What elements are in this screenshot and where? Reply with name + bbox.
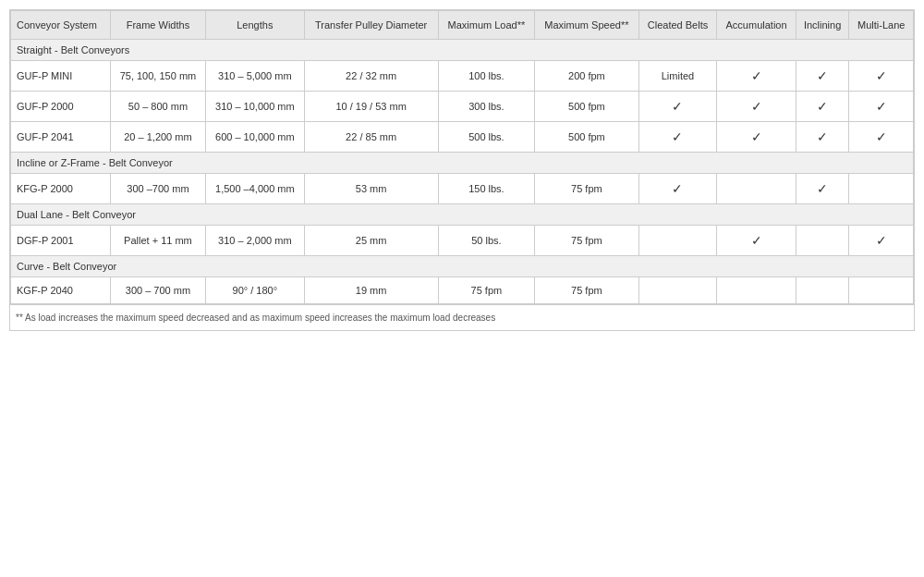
table-row: KFG-P 2000300 –700 mm1,500 –4,000 mm53 m…	[11, 174, 914, 204]
checkmark-icon: ✓	[751, 68, 762, 83]
section-title: Incline or Z-Frame - Belt Conveyor	[11, 153, 914, 174]
conveyor-comparison-table: Conveyor System Frame Widths Lengths Tra…	[10, 10, 914, 304]
cell-transfer-pulley: 53 mm	[304, 174, 438, 204]
table-header-row: Conveyor System Frame Widths Lengths Tra…	[11, 11, 914, 40]
cell-multi-lane: ✓	[849, 61, 914, 92]
cell-conveyor-name: DGF-P 2001	[11, 226, 111, 256]
cell-inclining: ✓	[796, 174, 849, 204]
cell-conveyor-name: KFG-P 2000	[11, 174, 111, 204]
cell-inclining: ✓	[796, 122, 849, 153]
table-row: GUF-P 200050 – 800 mm310 – 10,000 mm10 /…	[11, 92, 914, 122]
table-row: GUF-P MINI75, 100, 150 mm310 – 5,000 mm2…	[11, 61, 914, 92]
cell-max-speed: 500 fpm	[535, 122, 638, 153]
cell-cleated-belts	[638, 226, 717, 256]
cell-max-load: 300 lbs.	[438, 92, 535, 122]
checkmark-icon: ✓	[876, 129, 887, 144]
section-header-row: Straight - Belt Conveyors	[11, 40, 914, 61]
cell-frame-widths: Pallet + 11 mm	[110, 226, 205, 256]
col-header-cleated-belts: Cleated Belts	[638, 11, 717, 40]
checkmark-icon: ✓	[751, 99, 762, 114]
cell-max-load: 150 lbs.	[438, 174, 535, 204]
checkmark-icon: ✓	[876, 68, 887, 83]
checkmark-icon: ✓	[672, 99, 683, 114]
cell-conveyor-name: GUF-P 2000	[11, 92, 111, 122]
cell-lengths: 310 – 5,000 mm	[206, 61, 305, 92]
cell-accumulation: ✓	[717, 92, 796, 122]
cell-inclining	[796, 226, 849, 256]
checkmark-icon: ✓	[817, 68, 828, 83]
cell-transfer-pulley: 25 mm	[304, 226, 438, 256]
cell-cleated-belts: ✓	[638, 174, 717, 204]
cell-max-speed: 75 fpm	[535, 277, 638, 304]
cell-conveyor-name: GUF-P 2041	[11, 122, 111, 153]
cell-lengths: 1,500 –4,000 mm	[206, 174, 305, 204]
col-header-accumulation: Accumulation	[717, 11, 796, 40]
cell-cleated-belts: Limited	[638, 61, 717, 92]
cell-max-speed: 200 fpm	[535, 61, 638, 92]
cell-inclining: ✓	[796, 92, 849, 122]
table-row: KGF-P 2040300 – 700 mm90° / 180°19 mm75 …	[11, 277, 914, 304]
checkmark-icon: ✓	[672, 181, 683, 196]
col-header-inclining: Inclining	[796, 11, 849, 40]
cell-accumulation: ✓	[717, 226, 796, 256]
cell-multi-lane	[849, 174, 914, 204]
cell-max-speed: 75 fpm	[535, 226, 638, 256]
cell-max-speed: 75 fpm	[535, 174, 638, 204]
table-footnote: ** As load increases the maximum speed d…	[10, 304, 914, 330]
cell-max-load: 75 fpm	[438, 277, 535, 304]
col-header-frame-widths: Frame Widths	[110, 11, 205, 40]
table-row: DGF-P 2001Pallet + 11 mm310 – 2,000 mm25…	[11, 226, 914, 256]
checkmark-icon: ✓	[876, 233, 887, 248]
table-row: GUF-P 204120 – 1,200 mm600 – 10,000 mm22…	[11, 122, 914, 153]
col-header-lengths: Lengths	[206, 11, 305, 40]
col-header-max-load: Maximum Load**	[438, 11, 535, 40]
section-header-row: Dual Lane - Belt Conveyor	[11, 204, 914, 226]
cell-frame-widths: 300 – 700 mm	[110, 277, 205, 304]
cell-max-speed: 500 fpm	[535, 92, 638, 122]
section-title: Straight - Belt Conveyors	[11, 40, 914, 61]
cell-transfer-pulley: 22 / 85 mm	[304, 122, 438, 153]
cell-accumulation	[717, 277, 796, 304]
checkmark-icon: ✓	[672, 129, 683, 144]
checkmark-icon: ✓	[817, 99, 828, 114]
checkmark-icon: ✓	[751, 129, 762, 144]
cell-frame-widths: 75, 100, 150 mm	[110, 61, 205, 92]
cell-max-load: 50 lbs.	[438, 226, 535, 256]
col-header-multi-lane: Multi-Lane	[849, 11, 914, 40]
cell-cleated-belts	[638, 277, 717, 304]
cell-max-load: 100 lbs.	[438, 61, 535, 92]
col-header-transfer-pulley: Transfer Pulley Diameter	[304, 11, 438, 40]
cell-cleated-belts: ✓	[638, 122, 717, 153]
cell-transfer-pulley: 19 mm	[304, 277, 438, 304]
cell-conveyor-name: KGF-P 2040	[11, 277, 111, 304]
cell-lengths: 600 – 10,000 mm	[206, 122, 305, 153]
cell-multi-lane: ✓	[849, 92, 914, 122]
cell-inclining: ✓	[796, 61, 849, 92]
section-title: Curve - Belt Conveyor	[11, 256, 914, 277]
cell-transfer-pulley: 22 / 32 mm	[304, 61, 438, 92]
cell-max-load: 500 lbs.	[438, 122, 535, 153]
cell-lengths: 310 – 2,000 mm	[206, 226, 305, 256]
cell-inclining	[796, 277, 849, 304]
checkmark-icon: ✓	[751, 233, 762, 248]
cell-lengths: 310 – 10,000 mm	[206, 92, 305, 122]
section-header-row: Incline or Z-Frame - Belt Conveyor	[11, 153, 914, 174]
col-header-conveyor-system: Conveyor System	[11, 11, 111, 40]
cell-lengths: 90° / 180°	[206, 277, 305, 304]
cell-accumulation	[717, 174, 796, 204]
cell-conveyor-name: GUF-P MINI	[11, 61, 111, 92]
checkmark-icon: ✓	[817, 181, 828, 196]
cell-multi-lane	[849, 277, 914, 304]
col-header-max-speed: Maximum Speed**	[535, 11, 638, 40]
cell-frame-widths: 300 –700 mm	[110, 174, 205, 204]
cell-multi-lane: ✓	[849, 226, 914, 256]
section-header-row: Curve - Belt Conveyor	[11, 256, 914, 277]
cell-transfer-pulley: 10 / 19 / 53 mm	[304, 92, 438, 122]
cell-cleated-belts: ✓	[638, 92, 717, 122]
checkmark-icon: ✓	[817, 129, 828, 144]
cell-accumulation: ✓	[717, 61, 796, 92]
cell-multi-lane: ✓	[849, 122, 914, 153]
cell-accumulation: ✓	[717, 122, 796, 153]
cell-frame-widths: 50 – 800 mm	[110, 92, 205, 122]
checkmark-icon: ✓	[876, 99, 887, 114]
